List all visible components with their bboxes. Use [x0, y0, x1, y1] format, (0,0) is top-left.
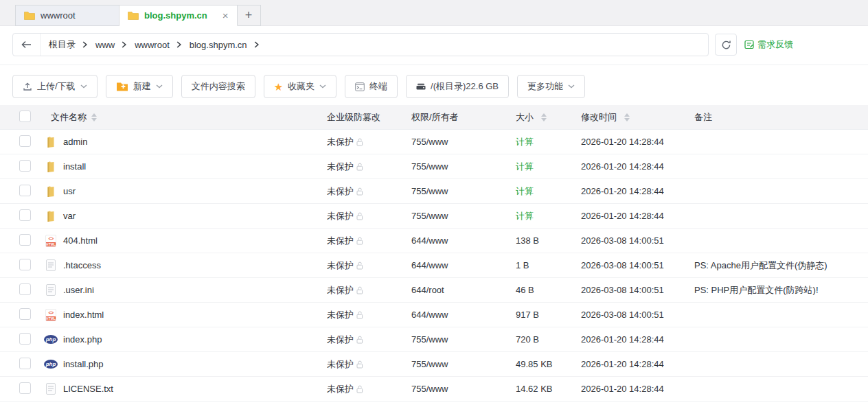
row-checkbox[interactable]	[19, 283, 31, 295]
modified-time: 2026-01-20 14:28:44	[577, 334, 690, 345]
feedback-label: 需求反馈	[757, 38, 793, 51]
refresh-button[interactable]	[715, 34, 737, 56]
row-checkbox[interactable]	[19, 209, 31, 221]
file-tab[interactable]: blog.shpym.cn ×	[119, 5, 238, 26]
unlock-icon	[356, 237, 364, 245]
html-file-icon: <>HTML	[44, 309, 58, 321]
permission-owner: 755/www	[407, 161, 512, 172]
sort-icon[interactable]	[91, 113, 97, 121]
row-checkbox[interactable]	[19, 308, 31, 320]
file-name[interactable]: admin	[63, 137, 87, 147]
sort-icon[interactable]	[541, 113, 547, 121]
row-checkbox[interactable]	[19, 160, 31, 172]
calc-size-link[interactable]: 计算	[516, 136, 534, 148]
calc-size-link[interactable]: 计算	[516, 210, 534, 222]
protect-status: 未保护	[327, 136, 354, 148]
breadcrumb-item[interactable]: 根目录	[41, 38, 76, 51]
permission-owner: 755/www	[407, 384, 512, 394]
add-tab-button[interactable]: +	[238, 5, 261, 26]
table-row[interactable]: <>HTML index.html 未保护 644/www 917 B 2026…	[0, 303, 868, 327]
table-row[interactable]: LICENSE.txt 未保护 755/www 14.62 KB 2026-01…	[0, 377, 868, 402]
column-header-perm: 权限/所有者	[411, 111, 459, 124]
table-row[interactable]: php index.php 未保护 755/www 720 B 2026-01-…	[0, 327, 868, 352]
row-checkbox[interactable]	[19, 333, 31, 345]
close-icon[interactable]: ×	[222, 10, 229, 21]
tamper-cell[interactable]: 未保护	[323, 161, 407, 173]
chevron-down-icon	[156, 84, 163, 89]
breadcrumb-items: 根目录wwwwwwrootblog.shpym.cn	[41, 38, 259, 51]
file-name[interactable]: .htaccess	[63, 260, 101, 270]
table-row[interactable]: <>HTML 404.html 未保护 644/www 138 B 2026-0…	[0, 229, 868, 253]
feedback-link[interactable]: 需求反馈	[744, 38, 793, 51]
file-tab[interactable]: wwwroot	[15, 5, 119, 26]
sort-icon[interactable]	[624, 113, 630, 121]
table-row[interactable]: install 未保护 755/www 计算 2026-01-20 14:28:…	[0, 154, 868, 179]
table-row[interactable]: admin 未保护 755/www 计算 2026-01-20 14:28:44	[0, 130, 868, 154]
breadcrumb-item[interactable]: wwwroot	[126, 40, 170, 50]
chevron-down-icon	[568, 84, 575, 89]
row-checkbox[interactable]	[19, 259, 31, 270]
new-folder-icon	[116, 82, 128, 91]
tamper-cell[interactable]: 未保护	[323, 334, 407, 346]
permission-owner: 644/www	[407, 260, 512, 270]
tamper-cell[interactable]: 未保护	[323, 358, 407, 371]
tamper-cell[interactable]: 未保护	[323, 284, 407, 297]
tab-label: blog.shpym.cn	[144, 10, 207, 21]
permission-owner: 755/www	[407, 211, 512, 221]
calc-size-link[interactable]: 计算	[516, 161, 534, 173]
table-row[interactable]: usr 未保护 755/www 计算 2026-01-20 14:28:44	[0, 179, 868, 204]
terminal-button[interactable]: 终端	[345, 75, 398, 98]
row-checkbox[interactable]	[19, 358, 31, 369]
tamper-cell[interactable]: 未保护	[323, 210, 407, 222]
breadcrumb-item[interactable]: www	[87, 40, 115, 50]
file-name[interactable]: 404.html	[63, 235, 98, 246]
table-row[interactable]: .htaccess 未保护 644/www 1 B 2026-03-08 14:…	[0, 253, 868, 278]
file-name[interactable]: install	[63, 161, 86, 172]
row-checkbox[interactable]	[19, 234, 31, 246]
table-row[interactable]: .user.ini 未保护 644/root 46 B 2026-03-08 1…	[0, 278, 868, 303]
file-table: 文件名称 企业级防篡改 权限/所有者 大小 修改时间 备注 admin 未保护 …	[0, 105, 868, 402]
protect-status: 未保护	[327, 358, 354, 371]
file-name[interactable]: usr	[63, 186, 76, 196]
calc-size-link[interactable]: 计算	[516, 185, 534, 198]
new-button[interactable]: 新建	[106, 75, 173, 98]
column-header-mtime[interactable]: 修改时间	[581, 111, 617, 124]
file-name[interactable]: .user.ini	[63, 285, 94, 295]
tamper-cell[interactable]: 未保护	[323, 383, 407, 395]
table-row[interactable]: var 未保护 755/www 计算 2026-01-20 14:28:44	[0, 204, 868, 229]
tamper-cell[interactable]: 未保护	[323, 259, 407, 272]
breadcrumb-item[interactable]: blog.shpym.cn	[181, 40, 247, 50]
file-name[interactable]: index.html	[63, 310, 104, 320]
disk-usage-button[interactable]: /(根目录)22.6 GB	[406, 75, 509, 98]
content-search-button[interactable]: 文件内容搜索	[181, 75, 255, 98]
table-row[interactable]: php install.php 未保护 755/www 49.85 KB 202…	[0, 352, 868, 377]
file-name[interactable]: index.php	[63, 334, 102, 345]
column-header-name[interactable]: 文件名称	[51, 111, 87, 124]
more-functions-button[interactable]: 更多功能	[517, 75, 585, 98]
tamper-cell[interactable]: 未保护	[323, 136, 407, 148]
favorites-button[interactable]: ★ 收藏夹	[264, 75, 336, 98]
protect-status: 未保护	[327, 383, 354, 395]
row-checkbox[interactable]	[19, 185, 31, 196]
file-name[interactable]: var	[63, 211, 76, 221]
file-name[interactable]: install.php	[63, 359, 104, 369]
permission-owner: 644/www	[407, 235, 512, 246]
arrow-left-icon	[21, 40, 32, 49]
modified-time: 2026-01-20 14:28:44	[577, 161, 690, 172]
unlock-icon	[356, 336, 364, 344]
modified-time: 2026-03-08 14:00:51	[577, 260, 690, 270]
row-checkbox[interactable]	[19, 382, 31, 394]
protect-status: 未保护	[327, 309, 354, 321]
column-header-size[interactable]: 大小	[516, 111, 534, 124]
chevron-down-icon	[80, 84, 87, 89]
select-all-checkbox[interactable]	[19, 111, 31, 122]
row-checkbox[interactable]	[19, 135, 31, 147]
tamper-cell[interactable]: 未保护	[323, 235, 407, 247]
upload-download-button[interactable]: 上传/下载	[12, 75, 98, 98]
file-size: 138 B	[516, 235, 539, 246]
unlock-icon	[356, 360, 364, 369]
back-button[interactable]	[13, 34, 41, 56]
tamper-cell[interactable]: 未保护	[323, 185, 407, 198]
file-name[interactable]: LICENSE.txt	[63, 384, 113, 394]
tamper-cell[interactable]: 未保护	[323, 309, 407, 321]
